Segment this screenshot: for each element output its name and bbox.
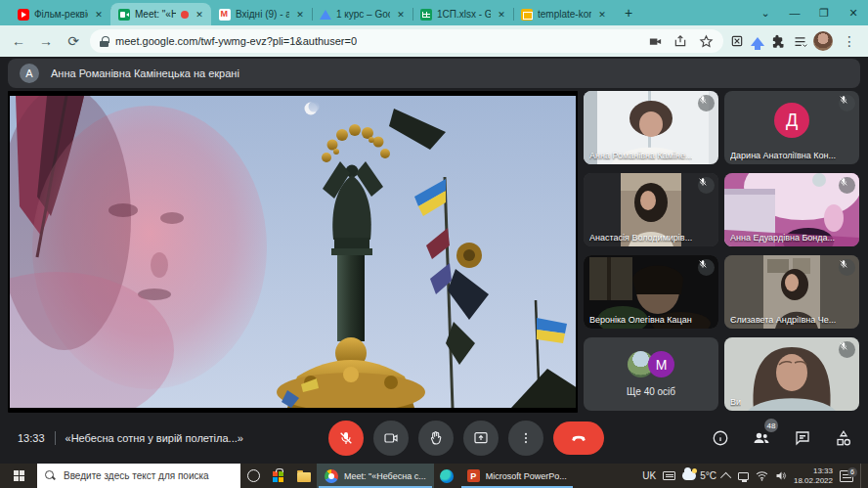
divider (55, 431, 56, 445)
close-window-button[interactable]: ✕ (839, 0, 868, 25)
microsoft-store-button[interactable] (266, 464, 291, 488)
edge-button[interactable] (434, 464, 459, 488)
tab-camera-icon[interactable] (647, 33, 663, 49)
new-tab-button[interactable]: + (618, 2, 639, 23)
self-view-tile[interactable]: Ви (724, 337, 859, 411)
browser-menu-kebab-icon[interactable]: ⋮ (839, 30, 860, 52)
start-button[interactable] (0, 464, 37, 488)
tray-chevron-up-icon[interactable] (720, 471, 731, 482)
mic-off-icon (698, 259, 715, 276)
presenting-banner-text: Анна Романівна Камінецька на екрані (51, 67, 239, 79)
browser-toolbar: ← → ⟳ meet.google.com/twf-ywmg-evz?pli=1… (0, 25, 868, 57)
share-icon[interactable] (673, 33, 688, 49)
show-desktop-button[interactable] (860, 464, 864, 488)
sheets-icon (420, 9, 432, 21)
taskbar-clock[interactable]: 13:33 18.02.2022 (794, 466, 833, 486)
address-bar[interactable]: meet.google.com/twf-ywmg-evz?pli=1&authu… (90, 29, 723, 53)
overflow-tile[interactable]: M Ще 40 осіб (584, 337, 718, 411)
presenter-avatar: А (20, 64, 39, 83)
taskbar-search-input[interactable]: Введите здесь текст для поиска (37, 464, 240, 488)
cortana-button[interactable] (240, 464, 266, 488)
tab-gmail[interactable]: Вхідні (9) - a.ostertah ✕ (211, 3, 312, 25)
close-icon[interactable]: ✕ (395, 9, 407, 21)
file-explorer-button[interactable] (291, 464, 317, 488)
extension-arrow-icon[interactable] (751, 37, 764, 46)
meeting-title: «Небесна сотня у вирій полетіла...» (65, 432, 243, 444)
taskbar-chrome-meet-task[interactable]: Meet: "«Небесна с... (317, 464, 434, 488)
extensions-puzzle-icon[interactable] (770, 33, 786, 49)
language-indicator[interactable]: UK (642, 470, 656, 481)
tray-app-icon[interactable] (738, 472, 749, 480)
reading-list-icon[interactable] (792, 33, 807, 49)
close-icon[interactable]: ✕ (194, 9, 205, 21)
participant-name: Анастасія Володимирів... (589, 233, 692, 243)
close-icon[interactable]: ✕ (596, 9, 608, 21)
folder-icon (297, 472, 311, 482)
participant-tile[interactable]: Єлизавета Андріївна Че... (724, 255, 859, 329)
mic-off-icon (839, 177, 855, 194)
url-text[interactable]: meet.google.com/twf-ywmg-evz?pli=1&authu… (115, 35, 357, 47)
weather-widget[interactable]: 5°C (682, 470, 716, 481)
reload-button[interactable]: ⟳ (63, 30, 84, 52)
edge-icon (440, 469, 454, 483)
extension-box-icon[interactable] (729, 33, 745, 49)
end-call-button[interactable] (553, 421, 604, 455)
meeting-info: 13:33 «Небесна сотня у вирій полетіла...… (0, 431, 243, 445)
participant-tile[interactable]: Анастасія Володимирів... (584, 173, 718, 246)
self-label: Ви (730, 397, 741, 407)
mic-off-icon (698, 177, 715, 194)
overflow-avatar-initial: M (648, 351, 674, 377)
action-center-icon[interactable]: 6 (840, 470, 853, 482)
minimize-button[interactable]: — (780, 0, 809, 25)
participants-count-badge: 48 (764, 419, 778, 432)
participant-name: Анна Романівна Каміне... (589, 151, 692, 160)
search-placeholder: Введите здесь текст для поиска (64, 470, 209, 481)
more-options-kebab-icon[interactable] (508, 421, 543, 456)
windows-logo-icon (14, 470, 24, 481)
back-button[interactable]: ← (8, 30, 29, 52)
camera-button[interactable] (373, 421, 409, 456)
tab-drive[interactable]: 1 курс – Google Диск ✕ (312, 3, 412, 25)
lock-icon (100, 36, 108, 47)
participants-icon[interactable]: 48 (751, 427, 772, 449)
mic-mute-button[interactable] (328, 421, 364, 456)
activities-icon[interactable] (833, 427, 854, 449)
raise-hand-button[interactable] (418, 421, 454, 456)
taskbar-powerpoint-task[interactable]: P Microsoft PowerPo... (459, 464, 575, 488)
powerpoint-icon: P (467, 469, 480, 482)
chat-icon[interactable] (792, 427, 813, 449)
restore-button[interactable]: ❐ (809, 0, 839, 25)
participant-tile[interactable]: Д Дарина Анатоліївна Кон... (724, 91, 859, 164)
present-screen-button[interactable] (463, 421, 499, 456)
clock-time: 13:33 (794, 466, 833, 476)
tab-meet-active[interactable]: Meet: "«Небесна ✕ (110, 3, 211, 25)
close-icon[interactable]: ✕ (294, 9, 306, 21)
profile-avatar[interactable] (813, 31, 833, 51)
meeting-details-info-icon[interactable] (710, 427, 731, 449)
meet-page: А Анна Романівна Камінецька на екрані (0, 57, 868, 464)
forward-button[interactable]: → (35, 30, 57, 52)
slides-icon (521, 9, 533, 21)
screen: Фільм-реквієм «Небе ✕ Meet: "«Небесна ✕ … (0, 0, 868, 488)
cloud-icon (682, 471, 696, 480)
meet-right-icons: 48 (710, 427, 854, 449)
participant-tile[interactable]: Анна Едуардівна Бонда... (724, 173, 859, 246)
presentation-video[interactable] (8, 91, 578, 413)
cortana-icon (247, 469, 260, 482)
close-icon[interactable]: ✕ (496, 9, 507, 21)
tab-search-chevron-icon[interactable]: ⌄ (751, 0, 780, 25)
participant-tile[interactable]: Анна Романівна Каміне... (584, 91, 718, 164)
bookmark-star-icon[interactable] (698, 33, 714, 49)
keyboard-icon[interactable] (663, 471, 675, 480)
drive-icon (320, 10, 331, 20)
volume-icon[interactable] (775, 470, 787, 481)
wifi-icon[interactable] (756, 470, 768, 481)
close-icon[interactable]: ✕ (93, 9, 105, 21)
participant-tile[interactable]: Вероніка Олегівна Кацан (584, 255, 718, 329)
tab-label: Фільм-реквієм «Небе (34, 9, 88, 20)
browser-tab-bar: Фільм-реквієм «Небе ✕ Meet: "«Небесна ✕ … (0, 0, 868, 25)
clock-date: 18.02.2022 (794, 476, 833, 486)
tab-slides[interactable]: template-korp-16x9 - ✕ (513, 3, 614, 25)
tab-youtube[interactable]: Фільм-реквієм «Небе ✕ (10, 3, 110, 25)
tab-sheets[interactable]: 1СП.xlsx - Google Таб ✕ (412, 3, 513, 25)
